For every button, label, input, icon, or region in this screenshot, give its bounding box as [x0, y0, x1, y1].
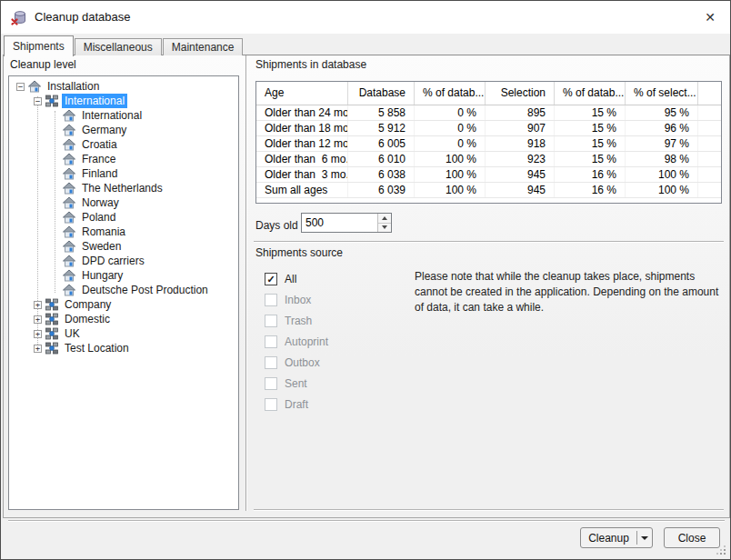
collapse-icon[interactable]: −	[34, 97, 42, 105]
table-cell: 6 039	[348, 183, 415, 197]
checkbox-autoprint[interactable]: Autoprint	[265, 335, 328, 348]
table-cell-filler	[698, 136, 721, 151]
table-row[interactable]: Older than 6 mo...6 010100 %92315 %98 %	[256, 152, 721, 167]
tree-item-label: Poland	[79, 210, 118, 225]
tree-item-label: Company	[62, 297, 114, 312]
table-cell: 96 %	[626, 121, 698, 135]
table-row[interactable]: Older than 24 mo...5 8580 %89515 %95 %	[256, 105, 721, 121]
tree-item-label: Hungary	[79, 268, 125, 283]
days-old-input[interactable]	[302, 214, 377, 232]
tree-item[interactable]: Norway	[9, 195, 238, 210]
expand-icon[interactable]: +	[34, 330, 42, 338]
unchecked-checkbox-icon[interactable]	[265, 315, 277, 327]
tree-item[interactable]: +Domestic	[9, 312, 238, 326]
spin-up-button[interactable]	[378, 214, 391, 224]
spin-down-button[interactable]	[378, 224, 391, 233]
unchecked-checkbox-icon[interactable]	[265, 398, 277, 411]
unchecked-checkbox-icon[interactable]	[265, 377, 277, 390]
expand-icon[interactable]: +	[34, 315, 42, 324]
site-icon	[45, 327, 58, 340]
tree-item[interactable]: Croatia	[9, 137, 238, 152]
checkbox-inbox[interactable]: Inbox	[265, 294, 328, 306]
expand-icon[interactable]: +	[34, 345, 42, 353]
checkbox-label: All	[285, 273, 296, 285]
cleanup-dropdown-button[interactable]	[637, 528, 652, 547]
tree-item[interactable]: The Netherlands	[9, 181, 238, 195]
expand-icon[interactable]: +	[34, 301, 42, 309]
tab-miscellaneous[interactable]: Miscellaneous	[75, 38, 162, 55]
tab-shipments[interactable]: Shipments	[4, 35, 74, 56]
table-row[interactable]: Older than 3 mo...6 038100 %94516 %100 %	[256, 167, 721, 183]
column-header[interactable]: % of datab...	[555, 82, 626, 105]
checkbox-outbox[interactable]: Outbox	[265, 356, 328, 369]
resize-grip[interactable]	[724, 553, 726, 555]
close-window-icon[interactable]: ✕	[700, 7, 720, 27]
close-button[interactable]: Close	[664, 527, 720, 548]
tree-item[interactable]: Finland	[9, 166, 238, 181]
table-cell: 945	[486, 183, 555, 197]
table-cell: 5 912	[348, 121, 415, 135]
tree-item[interactable]: Hungary	[9, 268, 238, 283]
checkbox-draft[interactable]: Draft	[265, 398, 328, 411]
right-panel-bottom-separator	[254, 509, 724, 511]
column-header[interactable]: Selection	[486, 82, 555, 105]
tree-item[interactable]: Romania	[9, 225, 238, 239]
table-cell: 16 %	[555, 183, 626, 197]
checkbox-all[interactable]: ✓All	[265, 273, 328, 285]
checkbox-label: Trash	[285, 315, 312, 327]
tree-item[interactable]: +Company	[9, 297, 238, 312]
tree-item[interactable]: +UK	[9, 326, 238, 341]
tree-item[interactable]: DPD carriers	[9, 254, 238, 268]
tree-item-label: Test Location	[62, 341, 132, 355]
column-header[interactable]: % of datab...	[415, 82, 486, 105]
table-row[interactable]: Sum all ages6 039100 %94516 %100 %	[256, 183, 721, 198]
table-cell: 15 %	[555, 121, 626, 135]
unchecked-checkbox-icon[interactable]	[265, 356, 277, 369]
panel-divider	[245, 55, 247, 511]
cleanup-button[interactable]: Cleanup	[581, 532, 636, 545]
column-header[interactable]: Database	[348, 82, 415, 105]
cleanup-level-tree[interactable]: −Installation−InternationalInternational…	[8, 75, 239, 510]
checkbox-trash[interactable]: Trash	[265, 315, 328, 327]
checkbox-sent[interactable]: Sent	[265, 377, 328, 390]
checked-checkbox-icon[interactable]: ✓	[265, 273, 277, 285]
cleanup-split-button[interactable]: Cleanup	[580, 527, 653, 548]
table-cell: 98 %	[626, 152, 698, 166]
table-cell: 100 %	[626, 167, 698, 182]
column-header[interactable]: % of select...	[626, 82, 698, 105]
tree-item[interactable]: −Installation	[9, 79, 238, 94]
tab-maintenance[interactable]: Maintenance	[163, 38, 244, 55]
unchecked-checkbox-icon[interactable]	[265, 335, 277, 348]
tree-item[interactable]: International	[9, 108, 238, 123]
tree-item[interactable]: Deutsche Post Production	[9, 283, 238, 297]
unchecked-checkbox-icon[interactable]	[265, 294, 277, 306]
location-icon	[63, 196, 75, 209]
tree-item-label: Croatia	[79, 137, 120, 152]
table-cell: 923	[486, 152, 555, 166]
table-cell: Sum all ages	[256, 183, 348, 197]
tree-item[interactable]: France	[9, 152, 238, 166]
table-header-row: AgeDatabase% of datab...Selection% of da…	[256, 82, 721, 105]
tree-item[interactable]: Sweden	[9, 239, 238, 254]
table-cell: Older than 18 mo...	[256, 121, 348, 135]
tree-item-label: Sweden	[79, 239, 124, 254]
title-bar: Cleanup database ✕	[1, 1, 730, 34]
tree-item[interactable]: Poland	[9, 210, 238, 225]
location-icon	[63, 138, 75, 151]
table-cell: 6 038	[348, 167, 415, 182]
table-cell: 895	[486, 105, 555, 120]
tree-item-label: France	[79, 152, 118, 166]
table-row[interactable]: Older than 18 mo...5 9120 %90715 %96 %	[256, 121, 721, 136]
window-title: Cleanup database	[35, 10, 131, 24]
tree-item[interactable]: −International	[9, 94, 238, 108]
tree-item[interactable]: Germany	[9, 123, 238, 137]
tree-item[interactable]: +Test Location	[9, 341, 238, 355]
table-cell: 0 %	[415, 121, 486, 135]
table-row[interactable]: Older than 12 mo...6 0050 %91815 %97 %	[256, 136, 721, 152]
location-icon	[63, 255, 75, 267]
table-cell: Older than 24 mo...	[256, 105, 348, 120]
location-icon	[63, 182, 75, 195]
tree-item-label: International	[62, 94, 127, 108]
column-header[interactable]: Age	[256, 82, 348, 105]
collapse-icon[interactable]: −	[16, 83, 25, 91]
